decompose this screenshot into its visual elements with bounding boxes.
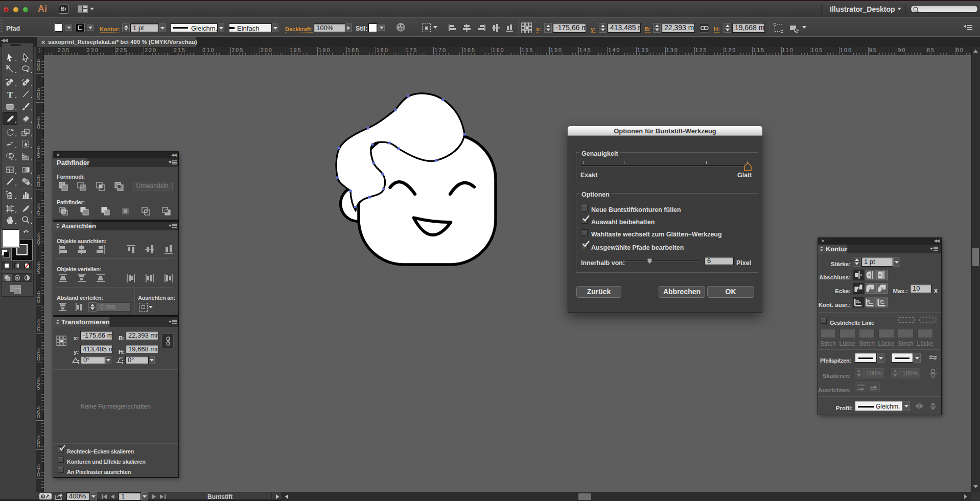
svg-text:T: T (7, 90, 13, 99)
